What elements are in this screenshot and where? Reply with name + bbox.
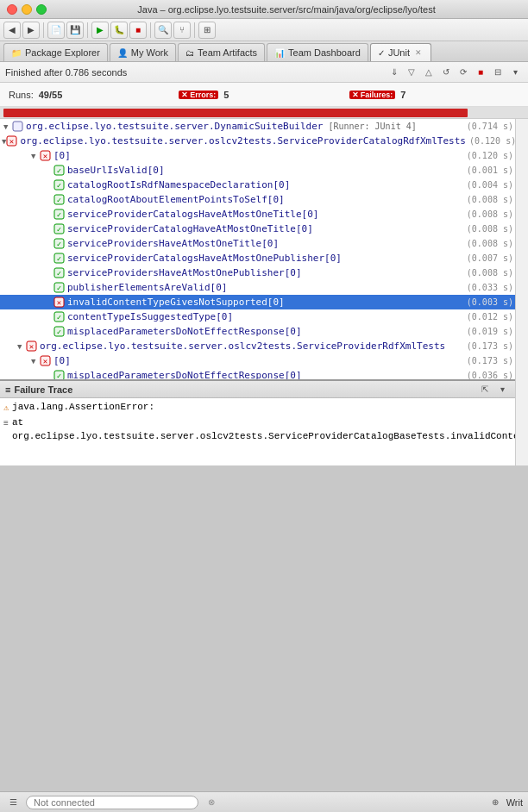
tab-junit[interactable]: ✓ JUnit ✕ [370, 43, 431, 61]
view-menu-icon[interactable]: ▾ [507, 65, 523, 80]
title-bar: Java – org.eclipse.lyo.testsuite.server/… [0, 0, 528, 19]
toolbar-search[interactable]: 🔍 [154, 22, 172, 39]
failure-expand-icon[interactable]: ⇱ [477, 382, 493, 397]
pass-test-icon: ✓ [53, 370, 66, 379]
tree-time-label: (0.003 s) [467, 297, 513, 307]
tree-row[interactable]: ✓contentTypeIsSuggestedType[0](0.012 s) [0, 309, 515, 324]
fail-test-icon: ✕ [6, 135, 18, 147]
view-toolbar: Finished after 0.786 seconds ⇓ ▽ △ ↺ ⟳ ■… [0, 62, 528, 83]
scrollbar[interactable] [515, 119, 528, 465]
svg-text:✓: ✓ [57, 166, 61, 175]
write-status: Writ [506, 797, 523, 808]
tree-node-label: catalogRootAboutElementPointsToSelf[0] [67, 194, 463, 205]
tree-time-label: (0.008 s) [467, 195, 513, 204]
error-icon: ⚠ [3, 402, 9, 415]
tree-row[interactable]: ✓serviceProvidersHaveAtMostOnePublisher[… [0, 265, 515, 280]
tab-package-explorer-label: Package Explorer [25, 47, 100, 58]
tree-row[interactable]: ✓misplacedParametersDoNotEffectResponse[… [0, 368, 515, 379]
tree-row[interactable]: ▼org.eclipse.lyo.testsuite.server.Dynami… [0, 119, 515, 134]
toolbar-forward[interactable]: ▶ [22, 22, 40, 39]
rerun-failed-icon[interactable]: ⟳ [456, 65, 471, 80]
tree-row[interactable]: ✕invalidContentTypeGivesNotSupported[0](… [0, 295, 515, 309]
tree-row[interactable]: ▼✕org.eclipse.lyo.testsuite.server.oslcv… [0, 339, 515, 353]
traffic-lights [7, 4, 47, 15]
view-toolbar-right: ⇓ ▽ △ ↺ ⟳ ■ ⊟ ▾ [387, 65, 523, 80]
errors-value: 5 [223, 90, 229, 100]
tree-time-label: (0.008 s) [467, 239, 513, 248]
tree-node-label: [0] [53, 150, 463, 161]
tree-time-label: (0.012 s) [467, 312, 513, 322]
tree-node-label: misplacedParametersDoNotEffectResponse[0… [67, 326, 463, 337]
my-work-icon: 👤 [117, 48, 128, 58]
stop-icon[interactable]: ■ [473, 65, 488, 80]
tree-arrow-icon: ▼ [3, 122, 12, 131]
close-button[interactable] [7, 4, 17, 15]
window-title: Java – org.eclipse.lyo.testsuite.server/… [52, 4, 521, 15]
tab-my-work[interactable]: 👤 My Work [110, 43, 176, 61]
main-panel: ▼org.eclipse.lyo.testsuite.server.Dynami… [0, 119, 528, 465]
tab-junit-close[interactable]: ✕ [413, 47, 424, 58]
fail-test-icon: ✕ [40, 150, 52, 161]
toolbar-git[interactable]: ⑂ [173, 22, 191, 39]
svg-text:✓: ✓ [57, 225, 61, 234]
tree-node-label: org.eclipse.lyo.testsuite.server.oslcv2t… [20, 135, 466, 147]
toolbar-back[interactable]: ◀ [3, 22, 21, 39]
tree-node-label: publisherElementsAreValid[0] [67, 282, 463, 293]
pass-test-icon: ✓ [53, 267, 66, 278]
tree-row[interactable]: ✓misplacedParametersDoNotEffectResponse[… [0, 324, 515, 339]
svg-text:✕: ✕ [43, 357, 47, 365]
svg-text:✕: ✕ [29, 342, 34, 351]
tree-row[interactable]: ✓publisherElementsAreValid[0](0.033 s) [0, 280, 515, 295]
tree-row[interactable]: ▼✕[0](0.120 s) [0, 148, 515, 163]
status-add-icon[interactable]: ⊕ [487, 795, 503, 810]
tree-node-label: serviceProvidersHaveAtMostOneTitle[0] [67, 238, 463, 249]
tree-node-label: org.eclipse.lyo.testsuite.server.oslcv2t… [40, 340, 463, 352]
history-icon[interactable]: ⊟ [490, 65, 506, 80]
minimize-button[interactable] [22, 4, 32, 15]
tree-row[interactable]: ▼✕[0](0.173 s) [0, 353, 515, 368]
tab-team-artifacts[interactable]: 🗂 Team Artifacts [178, 43, 265, 61]
tree-node-label: catalogRootIsRdfNamespaceDeclaration[0] [67, 179, 463, 191]
toolbar-save[interactable]: 💾 [66, 22, 84, 39]
test-tree[interactable]: ▼org.eclipse.lyo.testsuite.server.Dynami… [0, 119, 515, 379]
toolbar-stop[interactable]: ■ [129, 22, 147, 39]
failures-value: 7 [400, 90, 405, 100]
toolbar-debug[interactable]: 🐛 [110, 22, 128, 39]
tab-team-dashboard[interactable]: 📊 Team Dashboard [267, 43, 368, 61]
tab-package-explorer[interactable]: 📁 Package Explorer [3, 43, 108, 61]
tree-row[interactable]: ✓baseUrlIsValid[0](0.001 s) [0, 163, 515, 178]
status-search-input[interactable] [26, 796, 198, 809]
tree-row[interactable]: ✓serviceProviderCatalogsHaveAtMostOnePub… [0, 251, 515, 265]
tree-row[interactable]: ✓serviceProviderCatalogsHaveAtMostOneTit… [0, 207, 515, 222]
maximize-button[interactable] [36, 4, 47, 15]
tab-team-dashboard-label: Team Dashboard [288, 47, 361, 58]
scroll-lock-icon[interactable]: ⇓ [387, 65, 402, 80]
tree-time-label: (0.008 s) [467, 268, 513, 278]
team-dashboard-icon: 📊 [274, 48, 285, 58]
tree-row[interactable]: ✓catalogRootAboutElementPointsToSelf[0](… [0, 192, 515, 207]
svg-text:✓: ✓ [57, 313, 61, 322]
tree-node-label: serviceProviderCatalogHaveAtMostOneTitle… [67, 223, 463, 234]
toolbar-sep-2 [87, 22, 88, 38]
tree-row[interactable]: ✓catalogRootIsRdfNamespaceDeclaration[0]… [0, 178, 515, 192]
next-failure-icon[interactable]: ▽ [404, 65, 419, 80]
runs-label: Runs: [9, 90, 34, 100]
pass-test-icon: ✓ [53, 223, 66, 234]
rerun-icon[interactable]: ↺ [438, 65, 454, 80]
tree-time-label: (0.008 s) [467, 224, 513, 234]
tree-time-label: (0.007 s) [467, 253, 513, 263]
tree-node-label: contentTypeIsSuggestedType[0] [67, 311, 463, 322]
status-clear-icon[interactable]: ⊗ [204, 795, 219, 810]
status-icon[interactable]: ☰ [5, 795, 21, 810]
toolbar-run[interactable]: ▶ [91, 22, 109, 39]
failure-menu-icon[interactable]: ▾ [494, 382, 510, 397]
failure-header: ≡ Failure Trace ⇱ ▾ [0, 381, 515, 398]
tree-row[interactable]: ▼✕org.eclipse.lyo.testsuite.server.oslcv… [0, 134, 515, 148]
toolbar-new[interactable]: 📄 [47, 22, 65, 39]
prev-failure-icon[interactable]: △ [421, 65, 437, 80]
tree-row[interactable]: ✓serviceProvidersHaveAtMostOneTitle[0](0… [0, 236, 515, 251]
tree-row[interactable]: ✓serviceProviderCatalogHaveAtMostOneTitl… [0, 222, 515, 236]
status-bar: ☰ ⊗ ⊕ Writ [0, 791, 528, 812]
status-bar-right: ⊕ Writ [487, 795, 523, 810]
toolbar-perspective[interactable]: ⊞ [198, 22, 216, 39]
